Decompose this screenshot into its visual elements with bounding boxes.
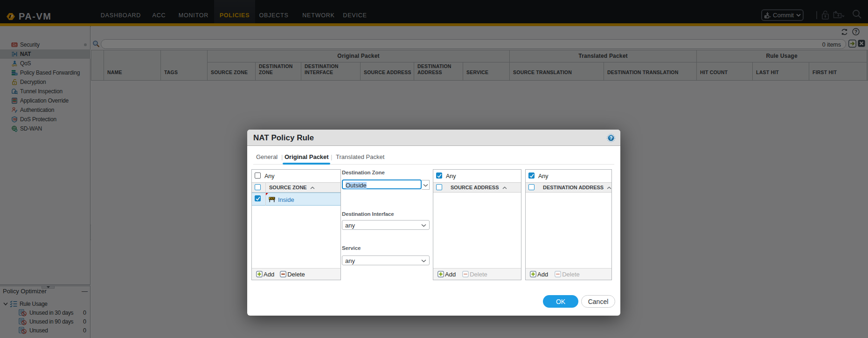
svg-text:?: ? xyxy=(610,136,612,141)
